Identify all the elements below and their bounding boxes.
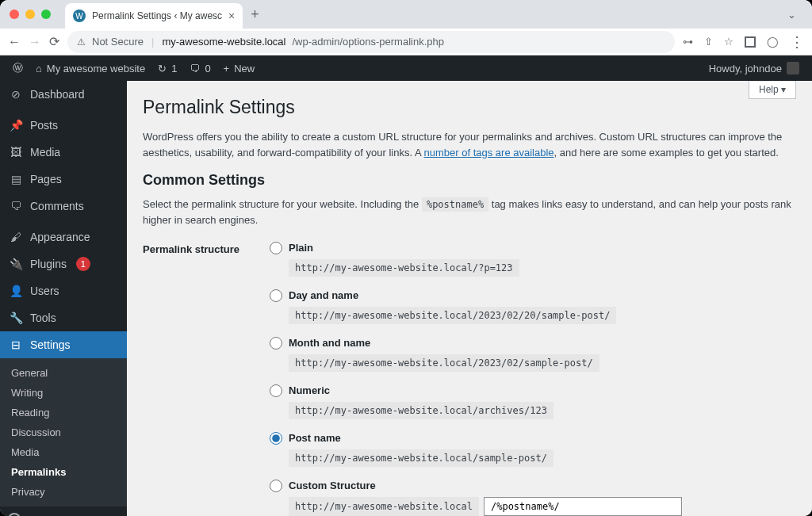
sidebar-item-settings[interactable]: ⊟Settings	[0, 331, 127, 358]
wp-logo-menu[interactable]: ⓦ	[6, 61, 29, 75]
maximize-window-button[interactable]	[41, 10, 51, 19]
comment-icon: 🗨	[190, 63, 200, 75]
permalink-option-post-name: Post namehttp://my-awesome-website.local…	[270, 432, 796, 467]
sidebar-item-label: Settings	[30, 338, 71, 351]
collapse-icon: ◀	[8, 513, 21, 516]
permalink-option-plain: Plainhttp://my-awesome-website.local/?p=…	[270, 242, 796, 277]
plus-icon: +	[224, 63, 230, 75]
permalink-option-numeric: Numerichttp://my-awesome-website.local/a…	[270, 384, 796, 419]
close-window-button[interactable]	[10, 10, 19, 19]
sidebar-item-pages[interactable]: ▤Pages	[0, 166, 127, 193]
example-url: http://my-awesome-website.local/archives…	[289, 402, 553, 419]
radio-label[interactable]: Custom Structure	[289, 480, 376, 491]
comments-menu[interactable]: 🗨0	[183, 63, 216, 75]
reload-button[interactable]: ⟳	[49, 34, 59, 49]
bookmark-icon[interactable]: ☆	[724, 36, 733, 48]
submenu-item-reading[interactable]: Reading	[0, 403, 127, 422]
minimize-window-button[interactable]	[25, 10, 35, 19]
site-name-menu[interactable]: ⌂My awesome website	[29, 63, 151, 75]
permalink-structure-label: Permalink structure	[143, 242, 270, 255]
sidebar-item-dashboard[interactable]: ⊘Dashboard	[0, 81, 127, 108]
intro-text: WordPress offers you the ability to crea…	[143, 129, 796, 161]
common-settings-heading: Common Settings	[143, 172, 796, 189]
sidebar-item-users[interactable]: 👤Users	[0, 277, 127, 304]
badge: 1	[76, 257, 90, 271]
updates-icon: ↻	[158, 63, 167, 75]
share-icon[interactable]: ⇧	[704, 36, 713, 48]
example-url: http://my-awesome-website.local/sample-p…	[289, 449, 553, 467]
sidebar-item-media[interactable]: 🖾Media	[0, 139, 127, 166]
not-secure-icon: ⚠	[77, 36, 86, 48]
new-content-menu[interactable]: +New	[217, 63, 262, 75]
pin-icon: 📌	[8, 117, 24, 133]
submenu-item-privacy[interactable]: Privacy	[0, 482, 127, 502]
new-tab-button[interactable]: +	[251, 6, 259, 23]
sidebar-item-label: Pages	[30, 173, 62, 185]
sidebar-item-comments[interactable]: 🗨Comments	[0, 193, 127, 220]
comment-icon: 🗨	[8, 198, 24, 214]
permalink-option-month-and-name: Month and namehttp://my-awesome-website.…	[270, 337, 796, 372]
sidepanel-icon[interactable]	[745, 36, 756, 48]
address-bar[interactable]: ⚠ Not Secure | my-awesome-website.local/…	[67, 31, 675, 53]
wordpress-logo-icon: ⓦ	[13, 61, 23, 75]
menu-icon[interactable]: ⋮	[790, 33, 804, 51]
sidebar-item-label: Posts	[30, 119, 58, 132]
forward-button[interactable]: →	[29, 35, 41, 49]
my-account-menu[interactable]: Howdy, johndoe	[703, 62, 806, 75]
submenu-item-media[interactable]: Media	[0, 442, 127, 462]
common-settings-text: Select the permalink structure for your …	[143, 197, 796, 228]
submenu-item-discussion[interactable]: Discussion	[0, 422, 127, 442]
sidebar-item-tools[interactable]: 🔧Tools	[0, 304, 127, 331]
custom-structure-input[interactable]	[484, 497, 682, 516]
browser-toolbar: ← → ⟳ ⚠ Not Secure | my-awesome-website.…	[0, 29, 812, 55]
close-tab-icon[interactable]: ×	[228, 10, 235, 22]
browser-tab[interactable]: W Permalink Settings ‹ My awesc ×	[65, 3, 243, 29]
content-area: Help ▾ Permalink Settings WordPress offe…	[127, 81, 812, 516]
sidebar-item-label: Comments	[30, 200, 84, 212]
sidebar-item-plugins[interactable]: 🔌Plugins1	[0, 250, 127, 277]
mac-titlebar: W Permalink Settings ‹ My awesc × + ⌄	[0, 0, 812, 29]
help-tab[interactable]: Help ▾	[749, 81, 796, 99]
custom-url-prefix: http://my-awesome-website.local	[289, 497, 479, 516]
submenu-item-general[interactable]: General	[0, 363, 127, 383]
radio-label[interactable]: Post name	[289, 432, 341, 444]
radio-3[interactable]	[270, 384, 282, 397]
collapse-menu-button[interactable]: ◀Collapse menu	[0, 506, 127, 516]
radio-0[interactable]	[270, 242, 282, 254]
wordpress-favicon-icon: W	[73, 10, 86, 22]
sliders-icon: ⊟	[8, 337, 24, 353]
settings-submenu: GeneralWritingReadingDiscussionMediaPerm…	[0, 358, 127, 506]
wrench-icon: 🔧	[8, 310, 24, 326]
sidebar-item-posts[interactable]: 📌Posts	[0, 112, 127, 139]
back-button[interactable]: ←	[8, 35, 21, 49]
radio-label[interactable]: Month and name	[289, 337, 370, 349]
submenu-item-writing[interactable]: Writing	[0, 383, 127, 403]
sidebar-item-label: Media	[30, 146, 60, 159]
radio-1[interactable]	[270, 289, 282, 302]
radio-2[interactable]	[270, 337, 282, 350]
not-secure-label: Not Secure	[92, 36, 144, 48]
wp-admin-bar: ⓦ ⌂My awesome website ↻1 🗨0 +New Howdy, …	[0, 55, 812, 81]
admin-sidebar: ⊘Dashboard📌Posts🖾Media▤Pages🗨Comments🖌Ap…	[0, 81, 127, 516]
user-icon: 👤	[8, 283, 24, 299]
key-icon[interactable]: ⊶	[683, 36, 693, 48]
submenu-item-permalinks[interactable]: Permalinks	[0, 462, 127, 482]
tags-link[interactable]: number of tags are available	[424, 147, 554, 159]
profile-icon[interactable]: ◯	[767, 36, 779, 48]
url-path: /wp-admin/options-permalink.php	[293, 36, 444, 48]
tab-dropdown-icon[interactable]: ⌄	[787, 9, 796, 21]
site-name-label: My awesome website	[47, 63, 145, 75]
radio-label[interactable]: Plain	[289, 242, 313, 254]
radio-5[interactable]	[270, 480, 282, 492]
sidebar-item-appearance[interactable]: 🖌Appearance	[0, 224, 127, 250]
comments-count: 0	[205, 63, 210, 75]
permalink-option-custom-structure: Custom Structurehttp://my-awesome-websit…	[270, 480, 796, 516]
updates-menu[interactable]: ↻1	[151, 63, 183, 75]
radio-4[interactable]	[270, 432, 282, 445]
page-title: Permalink Settings	[143, 97, 796, 118]
example-url: http://my-awesome-website.local/?p=123	[289, 259, 519, 277]
media-icon: 🖾	[8, 144, 24, 160]
radio-label[interactable]: Day and name	[289, 289, 358, 301]
permalink-option-day-and-name: Day and namehttp://my-awesome-website.lo…	[270, 289, 796, 324]
radio-label[interactable]: Numeric	[289, 384, 330, 396]
